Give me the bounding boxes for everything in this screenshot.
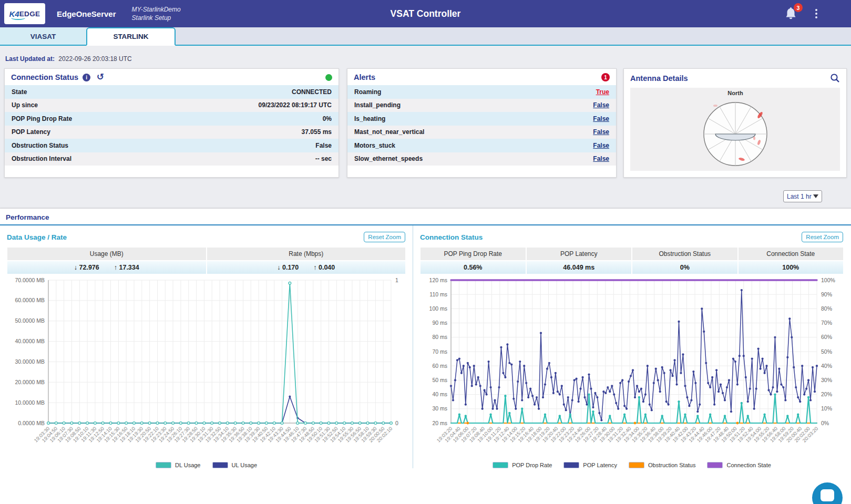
legend-label: Obstruction Status [648, 462, 696, 468]
svg-text:40%: 40% [821, 363, 832, 369]
last-updated-value: 2022-09-26 20:03:18 UTC [58, 55, 131, 63]
row-label: Up since [12, 101, 38, 109]
legend-item[interactable]: Obstruction Status [629, 462, 696, 468]
row-label: Install_pending [354, 101, 401, 109]
svg-text:60%: 60% [821, 334, 832, 340]
alerts-title: Alerts [354, 73, 375, 81]
alerts-rows: RoamingTrueInstall_pendingFalseIs_heatin… [347, 85, 616, 166]
svg-text:30 ms: 30 ms [432, 405, 447, 412]
table-row: POP Ping Drop Rate0% [5, 112, 339, 126]
kebab-menu-button[interactable] [812, 8, 821, 19]
antenna-header: Antenna Details [624, 69, 846, 87]
row-label: Mast_not_near_vertical [354, 128, 424, 136]
app-header: K4 EDGE EdgeOneServer MY-StarlinkDemo St… [0, 0, 851, 27]
svg-text:70 ms: 70 ms [432, 348, 447, 355]
alert-value-link[interactable]: False [593, 128, 609, 136]
stat-value: 46.049 ms [527, 261, 632, 274]
row-label: Is_heating [354, 115, 385, 122]
connection-status-title: Connection Status [11, 73, 78, 81]
k4edge-logo[interactable]: K4 EDGE [4, 3, 45, 24]
table-row: Is_heatingFalse [347, 112, 616, 126]
stat-value: ↓ 72.976↑ 17.334 [7, 261, 206, 274]
info-icon[interactable]: i [83, 74, 90, 81]
table-row: Slow_ethernet_speedsFalse [347, 152, 616, 166]
legend-label: POP Drop Rate [512, 462, 552, 468]
stat-header: Obstruction Status [632, 248, 737, 260]
data-usage-chart[interactable]: 19:03:3019:04:5019:06:1019:07:3019:08:50… [4, 276, 409, 461]
legend-swatch [707, 462, 723, 468]
svg-text:120 ms: 120 ms [429, 277, 447, 283]
svg-text:50.0000 MB: 50.0000 MB [15, 317, 45, 324]
legend-item[interactable]: POP Latency [563, 462, 617, 468]
reset-zoom-button-right[interactable]: Reset Zoom [802, 232, 843, 242]
server-name: EdgeOneServer [57, 9, 116, 18]
refresh-icon[interactable]: ↺ [97, 74, 104, 81]
legend-swatch [563, 462, 579, 468]
chat-bubble-icon [821, 489, 834, 501]
legend-item[interactable]: POP Drop Rate [493, 462, 552, 468]
alert-value-link[interactable]: False [593, 155, 609, 162]
alerts-count-badge: 1 [601, 73, 610, 81]
alert-value-link[interactable]: False [593, 115, 609, 122]
time-range-dropdown[interactable]: Last 1 hr [783, 190, 822, 202]
svg-text:90%: 90% [821, 291, 832, 297]
row-label: Roaming [354, 88, 381, 96]
notification-badge: 3 [794, 3, 803, 12]
alert-value-link[interactable]: True [596, 88, 609, 96]
row-value: 0% [323, 115, 332, 122]
antenna-details-card: Antenna Details North [623, 68, 847, 178]
legend-item[interactable]: UL Usage [212, 462, 258, 468]
alerts-header: Alerts 1 [347, 69, 616, 85]
status-green-dot [325, 74, 332, 81]
table-row: Motors_stuckFalse [347, 139, 616, 152]
svg-text:20 ms: 20 ms [432, 420, 447, 426]
connection-status-legend: POP Drop RatePOP LatencyObstruction Stat… [413, 462, 850, 468]
alert-value-link[interactable]: False [593, 101, 609, 109]
svg-text:10.0000 MB: 10.0000 MB [15, 399, 45, 406]
table-row: RoamingTrue [347, 85, 616, 99]
site-info: MY-StarlinkDemo Starlink Setup [132, 5, 181, 22]
svg-text:80 ms: 80 ms [432, 334, 447, 340]
row-label: Slow_ethernet_speeds [354, 155, 423, 162]
antenna-search-button[interactable] [830, 73, 840, 83]
alert-value-link[interactable]: False [593, 142, 609, 149]
notifications-button[interactable]: 3 [785, 7, 797, 20]
connection-status-chart[interactable]: 19:03:2019:04:4019:06:0019:07:2019:08:40… [417, 276, 846, 461]
tab-viasat[interactable]: VIASAT [0, 27, 86, 46]
usage-rate-stats: Usage (MB)Rate (Mbps)↓ 72.976↑ 17.334↓ 0… [7, 248, 405, 274]
legend-item[interactable]: DL Usage [156, 462, 201, 468]
svg-text:50 ms: 50 ms [432, 377, 447, 383]
connection-chart-title: Connection Status [420, 233, 483, 241]
data-usage-panel: Data Usage / Rate Reset Zoom Usage (MB)R… [0, 225, 413, 468]
stat-header: POP Ping Drop Rate [421, 248, 526, 260]
legend-item[interactable]: Connection State [707, 462, 771, 468]
row-value: False [315, 142, 332, 149]
alerts-card: Alerts 1 RoamingTrueInstall_pendingFalse… [347, 68, 617, 178]
svg-text:20.0000 MB: 20.0000 MB [15, 379, 45, 385]
reset-zoom-button-left[interactable]: Reset Zoom [364, 232, 405, 242]
svg-text:90 ms: 90 ms [432, 320, 447, 326]
svg-text:40.0000 MB: 40.0000 MB [15, 338, 45, 344]
row-label: Obstruction Status [12, 142, 68, 149]
svg-text:50%: 50% [821, 348, 832, 355]
last-updated: Last Updated at: 2022-09-26 20:03:18 UTC [0, 46, 851, 63]
stat-value: 0% [632, 261, 737, 274]
table-row: Obstruction Interval-- sec [5, 152, 339, 166]
performance-panel: Performance Data Usage / Rate Reset Zoom… [0, 208, 851, 504]
stat-header: Usage (MB) [7, 248, 206, 260]
svg-text:0%: 0% [821, 420, 829, 426]
chevron-down-icon [813, 194, 818, 198]
legend-label: POP Latency [583, 462, 617, 468]
legend-swatch [156, 462, 171, 468]
logo-swoosh-icon [11, 16, 25, 20]
row-label: State [12, 88, 27, 96]
svg-text:10%: 10% [821, 405, 832, 412]
search-icon [830, 73, 840, 83]
svg-text:1: 1 [395, 277, 398, 283]
connection-stats: POP Ping Drop RatePOP LatencyObstruction… [421, 248, 843, 274]
legend-swatch [212, 462, 228, 468]
tab-starlink[interactable]: STARLINK [86, 27, 176, 46]
site-setup: Starlink Setup [132, 14, 181, 22]
data-usage-legend: DL UsageUL Usage [0, 462, 413, 468]
page-title: VSAT Controller [0, 8, 851, 19]
